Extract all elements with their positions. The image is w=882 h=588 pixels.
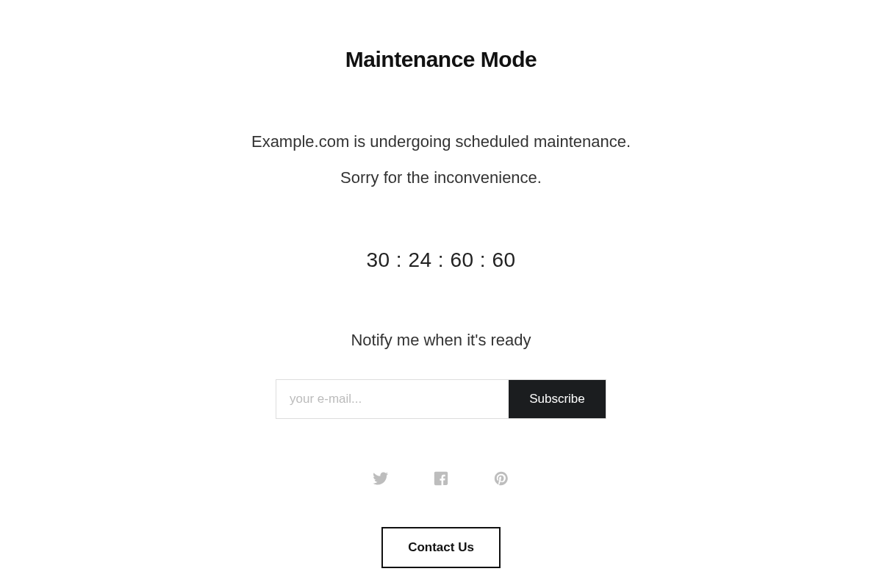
maintenance-page: Maintenance Mode Example.com is undergoi… xyxy=(184,47,698,568)
countdown-sep: : xyxy=(474,248,492,271)
twitter-link[interactable] xyxy=(373,470,389,487)
contact-us-button[interactable]: Contact Us xyxy=(381,527,501,568)
countdown-sep: : xyxy=(432,248,451,271)
subscribe-button[interactable]: Subscribe xyxy=(509,380,606,418)
email-input[interactable] xyxy=(276,380,509,418)
countdown-minutes: 60 xyxy=(450,248,473,271)
subscribe-form: Subscribe xyxy=(276,379,606,419)
pinterest-link[interactable] xyxy=(493,470,509,487)
social-links xyxy=(184,470,698,487)
page-title: Maintenance Mode xyxy=(184,47,698,72)
countdown-sep: : xyxy=(390,248,409,271)
message-line-1: Example.com is undergoing scheduled main… xyxy=(184,131,698,154)
notify-label: Notify me when it's ready xyxy=(184,331,698,350)
facebook-link[interactable] xyxy=(433,470,449,487)
countdown-timer: 30 : 24 : 60 : 60 xyxy=(184,248,698,272)
facebook-icon xyxy=(433,470,449,487)
countdown-hours: 24 xyxy=(408,248,431,271)
twitter-icon xyxy=(373,470,389,487)
pinterest-icon xyxy=(493,470,509,487)
message-line-2: Sorry for the inconvenience. xyxy=(184,167,698,190)
countdown-seconds: 60 xyxy=(492,248,515,271)
countdown-days: 30 xyxy=(366,248,390,271)
